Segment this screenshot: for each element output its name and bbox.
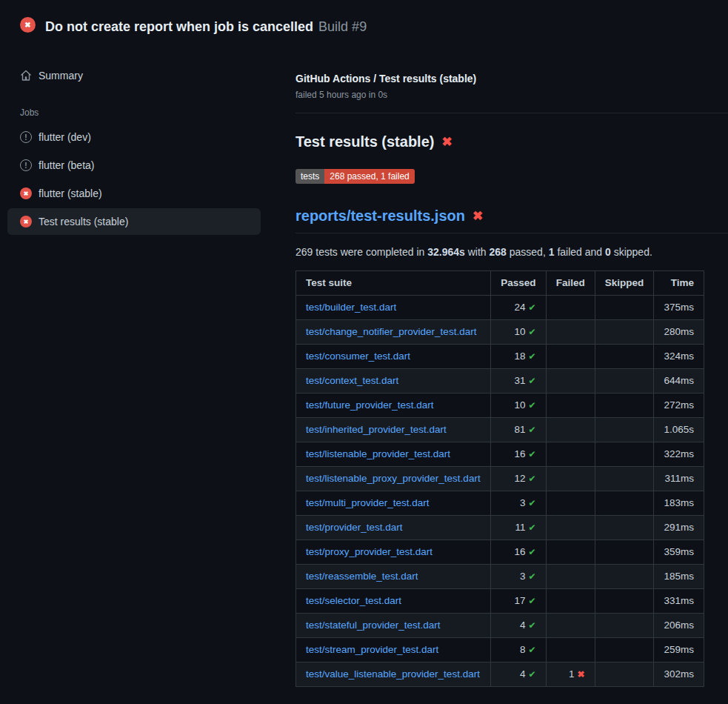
check-icon: ✔ <box>528 376 535 386</box>
suite-link[interactable]: test/inherited_provider_test.dart <box>306 424 447 435</box>
suite-cell: test/proxy_provider_test.dart <box>296 540 491 565</box>
run-meta: failed 5 hours ago in 0s <box>295 90 728 100</box>
failed-cell <box>546 296 595 320</box>
passed-cell: 8✔ <box>491 638 546 663</box>
table-row: test/value_listenable_provider_test.dart… <box>296 663 704 687</box>
suite-link[interactable]: test/change_notifier_provider_test.dart <box>306 326 476 337</box>
failed-cell <box>546 442 595 467</box>
failed-cell <box>546 638 595 663</box>
summary-text: 269 tests were completed in <box>295 246 427 258</box>
suite-link[interactable]: test/builder_test.dart <box>306 302 396 313</box>
failed-x-icon: ✖ <box>441 136 452 148</box>
passed-cell: 17✔ <box>491 589 546 614</box>
time-cell: 311ms <box>654 467 704 491</box>
sidebar-item-summary[interactable]: Summary <box>7 63 261 88</box>
table-row: test/reassemble_test.dart3✔185ms <box>296 565 704 589</box>
suite-cell: test/multi_provider_test.dart <box>296 491 491 516</box>
job-label: flutter (stable) <box>39 187 102 199</box>
cancelled-icon: ! <box>20 131 32 143</box>
suite-cell: test/stateful_provider_test.dart <box>296 614 491 638</box>
suite-link[interactable]: test/listenable_proxy_provider_test.dart <box>306 473 481 484</box>
section-heading-title: Test results (stable) <box>295 133 434 150</box>
time-cell: 291ms <box>654 516 704 540</box>
check-icon: ✔ <box>528 522 535 533</box>
summary-text: failed and <box>555 246 606 258</box>
suite-cell: test/listenable_proxy_provider_test.dart <box>296 467 491 491</box>
failed-cell <box>546 540 595 565</box>
check-icon: ✔ <box>528 498 535 508</box>
suite-cell: test/context_test.dart <box>296 369 491 393</box>
suite-link[interactable]: test/proxy_provider_test.dart <box>306 546 433 557</box>
job-label: Test results (stable) <box>39 216 128 228</box>
job-label: flutter (beta) <box>39 159 94 171</box>
suite-cell: test/stream_provider_test.dart <box>296 638 491 663</box>
time-cell: 259ms <box>654 638 704 663</box>
report-file-link[interactable]: reports/test-results.json <box>295 207 465 225</box>
failed-cell <box>546 516 595 540</box>
table-row: test/listenable_provider_test.dart16✔322… <box>296 442 704 467</box>
summary-line: 269 tests were completed in 32.964s with… <box>295 246 728 258</box>
column-header-test-suite: Test suite <box>296 271 491 296</box>
passed-cell: 31✔ <box>491 369 546 393</box>
column-header-failed: Failed <box>546 271 595 296</box>
skipped-cell <box>595 491 654 516</box>
suite-link[interactable]: test/consumer_test.dart <box>306 351 410 362</box>
skipped-cell <box>595 320 654 345</box>
passed-cell: 16✔ <box>491 540 546 565</box>
failed-cell <box>546 345 595 369</box>
check-icon: ✔ <box>528 327 535 337</box>
failed-cell <box>546 467 595 491</box>
skipped-cell <box>595 393 654 418</box>
section-heading: Test results (stable) ✖ <box>295 133 728 150</box>
suite-link[interactable]: test/future_provider_test.dart <box>306 399 434 411</box>
check-icon: ✔ <box>528 596 535 606</box>
passed-cell: 18✔ <box>491 345 546 369</box>
cancelled-icon: ! <box>20 159 32 171</box>
suite-link[interactable]: test/context_test.dart <box>306 375 398 386</box>
suite-cell: test/selector_test.dart <box>296 589 491 614</box>
skipped-cell <box>595 614 654 638</box>
skipped-cell <box>595 516 654 540</box>
badge-value: 268 passed, 1 failed <box>324 169 414 184</box>
suite-link[interactable]: test/listenable_provider_test.dart <box>306 448 450 459</box>
suite-link[interactable]: test/value_listenable_provider_test.dart <box>306 668 480 680</box>
suite-cell: test/provider_test.dart <box>296 516 491 540</box>
suite-link[interactable]: test/reassemble_test.dart <box>306 571 418 582</box>
check-icon: ✔ <box>528 645 535 655</box>
skipped-cell <box>595 589 654 614</box>
suite-link[interactable]: test/multi_provider_test.dart <box>306 497 430 508</box>
suite-link[interactable]: test/stream_provider_test.dart <box>306 644 438 655</box>
suite-cell: test/future_provider_test.dart <box>296 393 491 418</box>
suite-link[interactable]: test/provider_test.dart <box>306 522 403 533</box>
sidebar-item-flutter-stable[interactable]: ✖flutter (stable) <box>7 180 261 207</box>
passed-cell: 24✔ <box>491 296 546 320</box>
suite-link[interactable]: test/selector_test.dart <box>306 595 401 606</box>
suite-cell: test/listenable_provider_test.dart <box>296 442 491 467</box>
failed-cell <box>546 393 595 418</box>
passed-cell: 10✔ <box>491 393 546 418</box>
passed-cell: 12✔ <box>491 467 546 491</box>
suite-link[interactable]: test/stateful_provider_test.dart <box>306 620 441 631</box>
table-row: test/future_provider_test.dart10✔272ms <box>296 393 704 418</box>
sidebar-item-flutter-beta[interactable]: !flutter (beta) <box>7 152 261 179</box>
tests-badge: tests 268 passed, 1 failed <box>295 169 415 184</box>
suite-cell: test/builder_test.dart <box>296 296 491 320</box>
suite-cell: test/change_notifier_provider_test.dart <box>296 320 491 345</box>
passed-cell: 3✔ <box>491 565 546 589</box>
summary-number: 268 <box>490 246 507 258</box>
table-header: Test suitePassedFailedSkippedTime <box>296 271 704 296</box>
column-header-skipped: Skipped <box>595 271 654 296</box>
skipped-cell <box>595 540 654 565</box>
time-cell: 185ms <box>654 565 704 589</box>
time-cell: 206ms <box>654 614 704 638</box>
time-cell: 183ms <box>654 491 704 516</box>
suite-cell: test/value_listenable_provider_test.dart <box>296 663 491 687</box>
failed-status-icon: ✖ <box>20 17 36 33</box>
sidebar-item-flutter-dev[interactable]: !flutter (dev) <box>7 124 261 150</box>
failed-cell <box>546 589 595 614</box>
table-row: test/consumer_test.dart18✔324ms <box>296 345 704 369</box>
sidebar-item-test-results-stable[interactable]: ✖Test results (stable) <box>7 208 261 235</box>
column-header-passed: Passed <box>491 271 546 296</box>
page-title: Do not create report when job is cancell… <box>45 13 367 36</box>
table-row: test/context_test.dart31✔644ms <box>296 369 704 393</box>
